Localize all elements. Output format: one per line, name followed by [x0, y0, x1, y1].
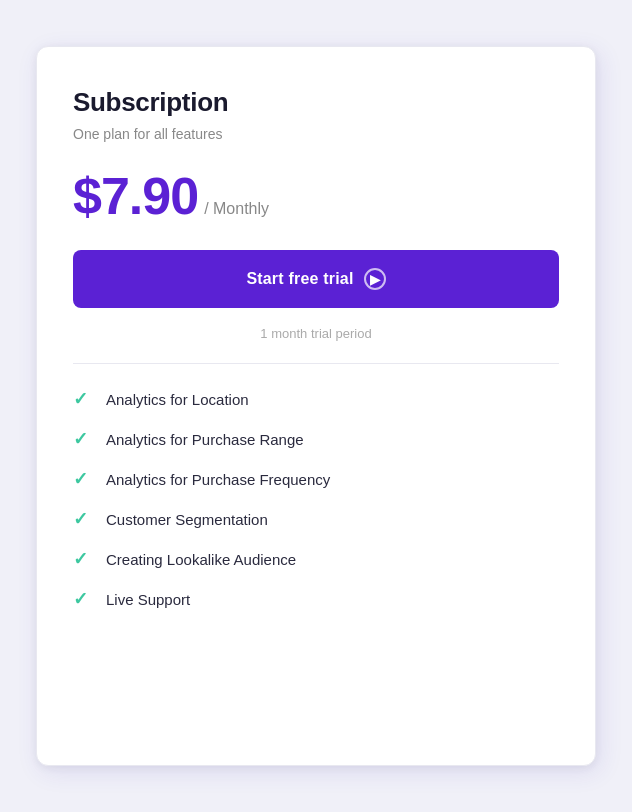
features-list: ✓Analytics for Location✓Analytics for Pu…	[73, 390, 559, 608]
feature-item: ✓Analytics for Location	[73, 390, 559, 408]
feature-label: Creating Lookalike Audience	[106, 551, 296, 568]
price-period: / Monthly	[204, 200, 269, 218]
check-icon: ✓	[73, 430, 88, 448]
page-wrapper: Subscription One plan for all features $…	[0, 0, 632, 812]
cta-arrow-icon: ▶	[364, 268, 386, 290]
check-icon: ✓	[73, 470, 88, 488]
card-subtitle: One plan for all features	[73, 126, 559, 142]
feature-label: Live Support	[106, 591, 190, 608]
price-amount: $7.90	[73, 170, 198, 222]
card-title: Subscription	[73, 87, 559, 118]
subscription-card: Subscription One plan for all features $…	[36, 46, 596, 766]
price-row: $7.90 / Monthly	[73, 170, 559, 222]
check-icon: ✓	[73, 510, 88, 528]
check-icon: ✓	[73, 590, 88, 608]
feature-label: Analytics for Purchase Frequency	[106, 471, 330, 488]
feature-label: Analytics for Purchase Range	[106, 431, 304, 448]
feature-item: ✓Creating Lookalike Audience	[73, 550, 559, 568]
feature-item: ✓Analytics for Purchase Frequency	[73, 470, 559, 488]
trial-period-text: 1 month trial period	[73, 326, 559, 341]
feature-label: Analytics for Location	[106, 391, 249, 408]
section-divider	[73, 363, 559, 364]
cta-button-label: Start free trial	[246, 270, 353, 288]
start-trial-button[interactable]: Start free trial ▶	[73, 250, 559, 308]
feature-item: ✓Analytics for Purchase Range	[73, 430, 559, 448]
feature-label: Customer Segmentation	[106, 511, 268, 528]
feature-item: ✓Customer Segmentation	[73, 510, 559, 528]
check-icon: ✓	[73, 390, 88, 408]
feature-item: ✓Live Support	[73, 590, 559, 608]
check-icon: ✓	[73, 550, 88, 568]
